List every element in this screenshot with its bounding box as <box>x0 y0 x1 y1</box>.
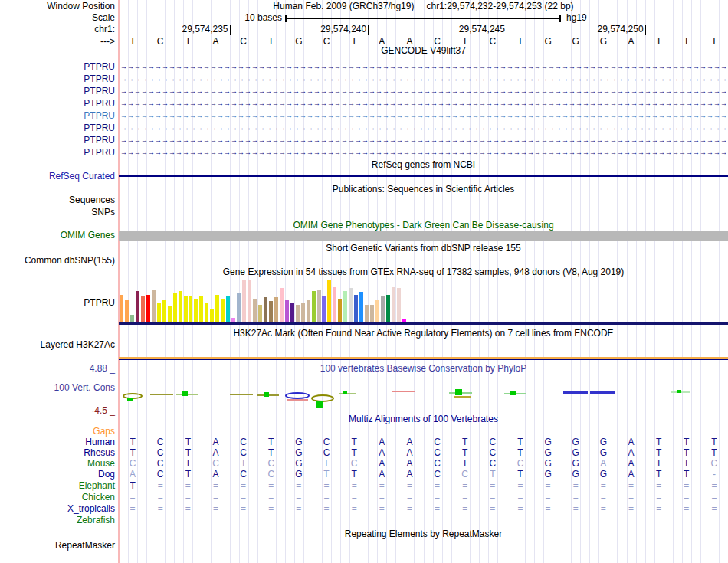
gtex-bar[interactable] <box>365 305 369 322</box>
gtex-bar[interactable] <box>173 293 177 322</box>
gtex-bar[interactable] <box>242 280 246 322</box>
gtex-bar[interactable] <box>125 300 129 322</box>
gene-label[interactable]: PTPRU <box>0 99 115 109</box>
track-label-gtex-gene[interactable]: PTPRU <box>0 298 115 308</box>
track-label-common-dbsnp[interactable]: Common dbSNP(155) <box>0 256 115 266</box>
align-cell: G <box>290 448 308 458</box>
gtex-bar[interactable] <box>179 291 182 322</box>
gtex-bar[interactable] <box>317 290 321 322</box>
publications-title: Publications: Sequences in Scientific Ar… <box>119 185 728 195</box>
gtex-bar[interactable] <box>157 303 161 322</box>
gtex-bar[interactable] <box>264 297 267 322</box>
track-label-sequences[interactable]: Sequences <box>0 195 115 205</box>
gtex-bar[interactable] <box>370 305 374 322</box>
gtex-bar[interactable] <box>359 292 363 322</box>
gtex-bar[interactable] <box>205 303 208 322</box>
gtex-bar[interactable] <box>280 288 284 322</box>
species-label-human[interactable]: Human <box>0 437 115 447</box>
gtex-bar[interactable] <box>343 291 347 322</box>
track-label-omim-genes[interactable]: OMIM Genes <box>0 231 115 241</box>
gtex-bar[interactable] <box>290 303 294 322</box>
gtex-bar[interactable] <box>199 296 203 322</box>
gtex-bar[interactable] <box>386 295 390 322</box>
gtex-bar[interactable] <box>381 296 385 322</box>
gtex-bar[interactable] <box>146 295 150 322</box>
gene-row[interactable]: →→→→→→→→→→→→→→→→→→→→→→→→→→→→→→→→→→→→→→→→… <box>120 87 726 97</box>
gene-row[interactable]: →→→→→→→→→→→→→→→→→→→→→→→→→→→→→→→→→→→→→→→→… <box>120 62 726 72</box>
grid-line <box>395 0 396 563</box>
gtex-bar[interactable] <box>349 288 353 322</box>
gtex-bar[interactable] <box>392 287 395 322</box>
gene-label[interactable]: PTPRU <box>0 123 115 133</box>
gene-label[interactable]: PTPRU <box>0 87 115 97</box>
gene-row[interactable]: →→→→→→→→→→→→→→→→→→→→→→→→→→→→→→→→→→→→→→→→… <box>120 136 726 146</box>
gene-label[interactable]: PTPRU <box>0 148 115 158</box>
gtex-bar[interactable] <box>296 305 300 322</box>
species-label-mouse[interactable]: Mouse <box>0 459 115 469</box>
gtex-bar[interactable] <box>397 288 401 322</box>
gtex-bar[interactable] <box>312 291 316 322</box>
gene-label[interactable]: PTPRU <box>0 111 115 121</box>
align-cell: = <box>345 481 363 491</box>
refseq-gene-line[interactable] <box>119 175 728 177</box>
gtex-bar[interactable] <box>285 300 289 322</box>
gtex-bar[interactable] <box>168 306 172 322</box>
species-label-zebrafish[interactable]: Zebrafish <box>0 516 115 525</box>
gtex-bar[interactable] <box>338 299 342 322</box>
gene-label[interactable]: PTPRU <box>0 136 115 146</box>
gtex-bar[interactable] <box>221 299 225 322</box>
gtex-bar[interactable] <box>237 293 241 322</box>
gtex-bar[interactable] <box>184 296 188 322</box>
repeatmasker-title: Repeating Elements by RepeatMasker <box>119 529 728 539</box>
gtex-bar[interactable] <box>274 297 278 322</box>
gtex-bar[interactable] <box>189 296 192 322</box>
species-label-rhesus[interactable]: Rhesus <box>0 448 115 458</box>
track-label-refseq-curated[interactable]: RefSeq Curated <box>0 172 115 182</box>
gtex-bar[interactable] <box>375 300 379 322</box>
gtex-bar[interactable] <box>253 299 257 322</box>
gtex-bar[interactable] <box>226 296 230 322</box>
gtex-bar[interactable] <box>333 287 336 322</box>
gtex-bar[interactable] <box>354 295 358 322</box>
track-label-100-vert-cons[interactable]: 100 Vert. Cons <box>0 383 115 393</box>
gtex-bar[interactable] <box>210 309 214 322</box>
species-label-chicken[interactable]: Chicken <box>0 493 115 502</box>
gtex-bar[interactable] <box>248 280 251 322</box>
gtex-bar[interactable] <box>258 305 262 322</box>
gene-row[interactable]: →→→→→→→→→→→→→→→→→→→→→→→→→→→→→→→→→→→→→→→→… <box>120 111 726 121</box>
align-cell: = <box>234 493 253 502</box>
track-label-snps[interactable]: SNPs <box>0 208 115 218</box>
align-cell: = <box>290 493 308 502</box>
omim-gene-bar[interactable] <box>119 231 728 241</box>
gtex-bar[interactable] <box>301 303 305 322</box>
gtex-bar[interactable] <box>322 296 326 322</box>
align-cell: = <box>317 504 336 514</box>
align-cell: T <box>123 437 142 447</box>
gtex-bar[interactable] <box>162 300 166 322</box>
gene-row[interactable]: →→→→→→→→→→→→→→→→→→→→→→→→→→→→→→→→→→→→→→→→… <box>120 123 726 133</box>
species-label-gaps[interactable]: Gaps <box>0 427 115 437</box>
gene-label[interactable]: PTPRU <box>0 74 115 84</box>
gtex-bar[interactable] <box>141 296 145 322</box>
species-label-x_tropicalis[interactable]: X_tropicalis <box>0 504 115 514</box>
gene-row[interactable]: →→→→→→→→→→→→→→→→→→→→→→→→→→→→→→→→→→→→→→→→… <box>120 148 726 158</box>
align-cell: = <box>262 493 280 502</box>
grid-line <box>451 0 452 563</box>
gtex-bar[interactable] <box>269 301 273 322</box>
gtex-bar[interactable] <box>136 291 139 322</box>
gtex-bar[interactable] <box>215 295 219 322</box>
species-label-elephant[interactable]: Elephant <box>0 481 115 491</box>
gtex-bar[interactable] <box>152 290 156 322</box>
gene-row[interactable]: →→→→→→→→→→→→→→→→→→→→→→→→→→→→→→→→→→→→→→→→… <box>120 99 726 109</box>
track-label-repeatmasker[interactable]: RepeatMasker <box>0 541 115 551</box>
gtex-bar[interactable] <box>327 280 331 322</box>
gtex-bar[interactable] <box>194 299 198 322</box>
species-label-dog[interactable]: Dog <box>0 470 115 480</box>
gtex-bar[interactable] <box>130 315 134 322</box>
gtex-bar[interactable] <box>307 300 310 322</box>
gene-label[interactable]: PTPRU <box>0 62 115 72</box>
gene-row[interactable]: →→→→→→→→→→→→→→→→→→→→→→→→→→→→→→→→→→→→→→→→… <box>120 74 726 84</box>
gtex-bar[interactable] <box>120 295 123 322</box>
track-label-layered-h3k27ac[interactable]: Layered H3K27Ac <box>0 340 115 350</box>
phylop-mark <box>123 393 143 399</box>
